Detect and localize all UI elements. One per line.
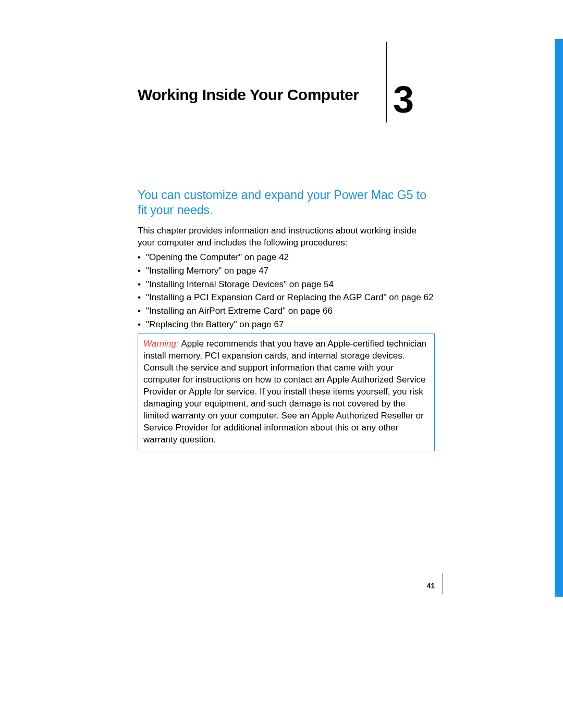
list-item-text: "Opening the Computer" on page 42	[146, 252, 289, 262]
thumb-index-strip	[555, 39, 563, 597]
procedures-list: "Opening the Computer" on page 42 "Insta…	[138, 251, 435, 332]
list-item-text: "Installing an AirPort Extreme Card" on …	[146, 306, 333, 316]
list-item: "Installing Memory" on page 47	[138, 265, 435, 277]
page: Working Inside Your Computer 3 You can c…	[0, 0, 563, 728]
list-item: "Opening the Computer" on page 42	[138, 251, 435, 264]
list-item-text: "Installing Memory" on page 47	[146, 266, 268, 276]
warning-text: Apple recommends that you have an Apple-…	[143, 339, 426, 445]
list-item: "Replacing the Battery" on page 67	[138, 318, 435, 331]
intro-paragraph: This chapter provides information and in…	[138, 225, 435, 249]
warning-label: Warning:	[143, 339, 181, 349]
warning-box: Warning: Apple recommends that you have …	[138, 334, 435, 451]
list-item-text: "Replacing the Battery" on page 67	[146, 319, 284, 329]
list-item-text: "Installing Internal Storage Devices" on…	[146, 279, 334, 289]
page-footer: 41	[151, 573, 443, 594]
chapter-title: Working Inside Your Computer	[138, 86, 386, 104]
list-item: "Installing Internal Storage Devices" on…	[138, 278, 435, 291]
chapter-header: Working Inside Your Computer 3	[138, 42, 398, 122]
chapter-number: 3	[393, 78, 413, 121]
list-item: "Installing an AirPort Extreme Card" on …	[138, 305, 435, 317]
chapter-lead: You can customize and expand your Power …	[138, 188, 435, 218]
list-item: "Installing a PCI Expansion Card or Repl…	[138, 291, 435, 304]
chapter-title-box: Working Inside Your Computer	[138, 42, 387, 122]
page-number: 41	[426, 582, 435, 590]
list-item-text: "Installing a PCI Expansion Card or Repl…	[146, 292, 433, 302]
